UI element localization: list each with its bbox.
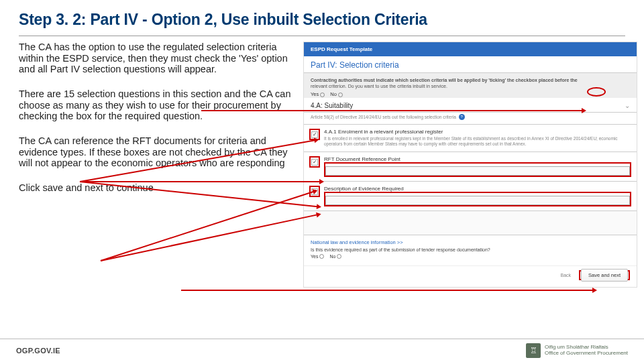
save-next-highlight: Save and next (579, 270, 630, 280)
footer-logo: ♖ Oifig um Sholáthar Rialtais Office of … (526, 343, 628, 358)
q3-title: Description of Evidence Required (324, 186, 631, 192)
section-4a-title: 4.A: Suitability (311, 102, 353, 109)
footer-site: OGP.GOV.IE (16, 347, 60, 355)
q2-title: RFT Document Reference Point (324, 156, 631, 162)
law-no-radio[interactable] (337, 254, 341, 259)
law-yes-radio[interactable] (319, 254, 324, 259)
q1-title: 4.A.1 Enrolment in a relevant profession… (324, 129, 631, 135)
evidence-input-highlight (324, 192, 631, 206)
section-4a-subtext: Article 58(2) of Directive 2014/24/EU se… (304, 113, 637, 124)
spacer (304, 210, 637, 235)
law-yes-no: Yes No (311, 254, 630, 259)
harp-icon: ♖ (526, 343, 541, 358)
description-column: The CA has the option to use the regulat… (19, 42, 294, 288)
logo-line-2: Office of Government Procurement (545, 351, 628, 357)
para-4: Click save and next to continue (19, 182, 294, 194)
back-link[interactable]: Back (560, 273, 571, 278)
evidence-input[interactable] (325, 196, 630, 205)
main-content: The CA has the option to use the regulat… (0, 42, 644, 288)
part-iv-header: Part IV: Selection criteria (304, 56, 637, 73)
para-1: The CA has the option to use the regulat… (19, 42, 294, 75)
espd-panel: ESPD Request Template Part IV: Selection… (303, 42, 637, 288)
screenshot-column: ESPD Request Template Part IV: Selection… (303, 42, 644, 288)
instruction-bold: Contracting authorities must indicate wh… (311, 78, 578, 82)
arrow-1 (201, 110, 582, 111)
yes-label: Yes (311, 91, 319, 97)
question-rft-ref: ✓ RFT Document Reference Point (304, 152, 637, 181)
instruction-body: Contracting authorities must indicate wh… (304, 73, 637, 98)
yes-radio[interactable] (320, 93, 325, 97)
law-block: National law and evidence information >>… (304, 235, 637, 266)
action-row: Back Save and next (304, 265, 637, 287)
checkbox-highlight-2: ✓ (309, 156, 320, 168)
rft-input-highlight (324, 162, 631, 177)
espd-banner: ESPD Request Template (304, 42, 637, 56)
save-next-button[interactable]: Save and next (581, 269, 628, 282)
para-3: The CA can reference the RFT documents f… (19, 135, 294, 169)
no-label: No (330, 91, 337, 97)
no-radio[interactable] (338, 93, 343, 97)
chevron-down-icon: ⌄ (625, 102, 630, 109)
instruction-cut: relevant criterion. Do you want to use t… (311, 83, 630, 89)
law-question: Is this evidence required as part of the… (311, 247, 630, 252)
rft-input[interactable] (325, 166, 630, 176)
question-evidence-desc: ✓ Description of Evidence Required (304, 181, 637, 210)
law-link[interactable]: National law and evidence information >> (311, 239, 630, 245)
yes-highlight-circle (587, 87, 606, 97)
para-2: There are 15 selection questions in this… (19, 88, 294, 122)
yes-no-row: Yes No (311, 91, 630, 98)
q1-desc: It is enrolled in relevant professional … (324, 136, 631, 147)
arrow-2b (80, 181, 320, 182)
question-4a1: ✓ 4.A.1 Enrolment in a relevant professi… (304, 124, 637, 152)
slide-footer: OGP.GOV.IE ♖ Oifig um Sholáthar Rialtais… (0, 339, 644, 362)
title-divider (19, 36, 625, 36)
arrow-4 (181, 290, 593, 291)
slide-title: Step 3. 2: Part IV - Option 2, Use inbui… (0, 0, 644, 33)
info-icon[interactable]: ? (459, 114, 465, 120)
checkbox-rft[interactable]: ✓ (311, 159, 318, 166)
